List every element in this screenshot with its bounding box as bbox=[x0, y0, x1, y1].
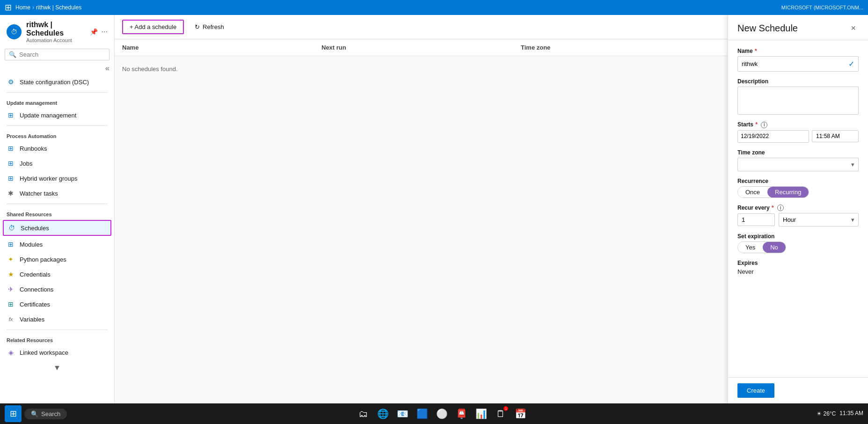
taskbar-center: 🗂 🌐 📧 🟦 ⚪ 📮 📊 🗒 1 📅 bbox=[355, 405, 529, 422]
sidebar-item-variables[interactable]: fx Variables bbox=[0, 312, 114, 327]
recurrence-once-button[interactable]: Once bbox=[738, 187, 767, 197]
sidebar-item-watcher-tasks[interactable]: ✱ Watcher tasks bbox=[0, 186, 114, 201]
recurrence-toggle-group: Once Recurring bbox=[737, 186, 809, 198]
table-header: Name Next run Time zone bbox=[115, 39, 728, 56]
timezone-select-wrapper: ▾ bbox=[737, 158, 859, 171]
taskbar-icon-teams[interactable]: 🟦 bbox=[414, 405, 430, 422]
sidebar-item-schedules[interactable]: ⏱ Schedules bbox=[3, 220, 111, 236]
sidebar-item-linked-workspace[interactable]: ◈ Linked workspace bbox=[0, 345, 114, 360]
search-input[interactable] bbox=[19, 51, 105, 58]
connections-icon: ✈ bbox=[7, 285, 15, 293]
taskbar-icon-outlook[interactable]: 📮 bbox=[453, 405, 470, 422]
refresh-icon: ↻ bbox=[195, 23, 200, 30]
add-schedule-button[interactable]: + Add a schedule bbox=[122, 20, 184, 34]
taskbar-left: ⊞ 🔍 Search bbox=[5, 405, 67, 422]
pin-icon[interactable]: 📌 bbox=[90, 28, 98, 36]
description-field-group: Description bbox=[737, 78, 859, 115]
expiration-yes-button[interactable]: Yes bbox=[738, 242, 763, 253]
taskbar-icon-calendar[interactable]: 📅 bbox=[512, 405, 529, 422]
sidebar-label-runbooks: Runbooks bbox=[20, 145, 47, 152]
new-schedule-panel: New Schedule × Name * ✓ Description bbox=[728, 15, 868, 403]
taskbar-icon-excel[interactable]: 📊 bbox=[473, 405, 489, 422]
sidebar-label-python-packages: Python packages bbox=[20, 256, 66, 263]
description-input[interactable] bbox=[737, 87, 859, 115]
timezone-select[interactable] bbox=[738, 158, 847, 171]
sidebar-item-modules[interactable]: ⊞ Modules bbox=[0, 237, 114, 252]
sidebar-item-state-config[interactable]: ⚙ State configuration (DSC) bbox=[0, 74, 114, 89]
recur-every-field-group: Recur every * i Hour Day Week Month ▾ bbox=[737, 205, 859, 227]
expiration-no-button[interactable]: No bbox=[763, 242, 786, 253]
name-label: Name bbox=[737, 48, 753, 54]
python-icon: ✦ bbox=[7, 255, 15, 263]
watcher-icon: ✱ bbox=[7, 189, 15, 197]
start-button[interactable]: ⊞ bbox=[5, 405, 22, 422]
refresh-button[interactable]: ↻ Refresh bbox=[188, 20, 231, 34]
starts-field-group: Starts * i 📅 bbox=[737, 121, 859, 143]
taskbar-icon-mail[interactable]: 📧 bbox=[394, 405, 411, 422]
sidebar-item-certificates[interactable]: ⊞ Certificates bbox=[0, 297, 114, 312]
taskbar-search[interactable]: 🔍 Search bbox=[24, 409, 67, 419]
recurrence-recurring-button[interactable]: Recurring bbox=[767, 187, 809, 197]
name-input[interactable] bbox=[738, 58, 845, 70]
recur-every-info-icon: i bbox=[777, 205, 784, 211]
sidebar-label-jobs: Jobs bbox=[20, 160, 32, 167]
variables-icon: fx bbox=[7, 315, 15, 323]
panel-close-button[interactable]: × bbox=[848, 22, 859, 34]
update-mgmt-icon: ⊞ bbox=[7, 111, 15, 119]
sidebar-item-runbooks[interactable]: ⊞ Runbooks bbox=[0, 141, 114, 156]
expiration-toggle-group: Yes No bbox=[737, 241, 786, 253]
hybrid-worker-icon: ⊞ bbox=[7, 174, 15, 183]
scroll-controls: ▼ bbox=[0, 360, 114, 376]
sidebar-item-jobs[interactable]: ⊞ Jobs bbox=[0, 156, 114, 171]
sidebar-subtitle: Automation Account bbox=[26, 37, 85, 43]
sidebar-label-hybrid-worker: Hybrid worker groups bbox=[20, 175, 78, 182]
taskbar: ⊞ 🔍 Search 🗂 🌐 📧 🟦 ⚪ 📮 📊 🗒 1 📅 ☀ 26°C 11… bbox=[0, 403, 868, 424]
sidebar-label-linked-workspace: Linked workspace bbox=[20, 349, 68, 356]
panel-footer: Create bbox=[728, 377, 868, 403]
recur-every-row: Hour Day Week Month ▾ bbox=[737, 213, 859, 227]
taskbar-icon-sticky[interactable]: 🗒 1 bbox=[492, 405, 509, 422]
notification-badge: 1 bbox=[503, 406, 508, 411]
section-shared-resources: Shared Resources bbox=[0, 207, 114, 219]
topbar-left: ⊞ Home › rithwk | Schedules bbox=[5, 2, 81, 13]
credentials-icon: ★ bbox=[7, 270, 15, 278]
timezone-chevron-icon: ▾ bbox=[847, 158, 858, 171]
user-info: MICROSOFT (MICROSOFT.ONM... bbox=[781, 5, 863, 10]
sidebar-label-connections: Connections bbox=[20, 286, 53, 293]
taskbar-icon-browser[interactable]: 🌐 bbox=[374, 405, 391, 422]
top-bar: ⊞ Home › rithwk | Schedules MICROSOFT (M… bbox=[0, 0, 868, 15]
sidebar-label-modules: Modules bbox=[20, 241, 43, 248]
panel-title: New Schedule bbox=[737, 23, 798, 34]
section-related-resources: Related Resources bbox=[0, 333, 114, 345]
scroll-down-arrow[interactable]: ▼ bbox=[53, 364, 61, 372]
recur-every-number-input[interactable] bbox=[737, 213, 775, 226]
collapse-control: « bbox=[0, 64, 114, 74]
sidebar-item-connections[interactable]: ✈ Connections bbox=[0, 282, 114, 297]
recur-unit-select[interactable]: Hour Day Week Month bbox=[779, 213, 847, 226]
divider-3 bbox=[7, 204, 108, 204]
search-box[interactable]: 🔍 bbox=[5, 49, 109, 60]
taskbar-icon-chrome[interactable]: ⚪ bbox=[433, 405, 450, 422]
sidebar-item-credentials[interactable]: ★ Credentials bbox=[0, 267, 114, 282]
divider-2 bbox=[7, 125, 108, 126]
sidebar-scroll: ⚙ State configuration (DSC) Update manag… bbox=[0, 74, 114, 403]
sidebar-label-update-management: Update management bbox=[20, 112, 76, 119]
more-icon[interactable]: ··· bbox=[102, 28, 108, 36]
name-check-icon: ✓ bbox=[845, 57, 858, 71]
state-config-icon: ⚙ bbox=[7, 78, 15, 86]
set-expiration-label: Set expiration bbox=[737, 233, 774, 240]
sidebar-item-update-management[interactable]: ⊞ Update management bbox=[0, 108, 114, 123]
starts-info-icon: i bbox=[761, 122, 767, 128]
starts-date-input[interactable] bbox=[738, 131, 809, 142]
expires-field-group: Expires Never bbox=[737, 260, 859, 275]
sidebar-item-hybrid-worker[interactable]: ⊞ Hybrid worker groups bbox=[0, 171, 114, 186]
taskbar-icon-explorer[interactable]: 🗂 bbox=[355, 405, 372, 422]
collapse-icon[interactable]: « bbox=[105, 64, 109, 73]
starts-time-input[interactable] bbox=[812, 130, 859, 142]
breadcrumb-home[interactable]: Home bbox=[15, 4, 30, 11]
expires-label: Expires bbox=[737, 260, 758, 266]
runbooks-icon: ⊞ bbox=[7, 144, 15, 153]
create-button[interactable]: Create bbox=[737, 383, 774, 398]
sidebar-item-python-packages[interactable]: ✦ Python packages bbox=[0, 252, 114, 267]
recur-unit-chevron-icon: ▾ bbox=[847, 213, 858, 226]
